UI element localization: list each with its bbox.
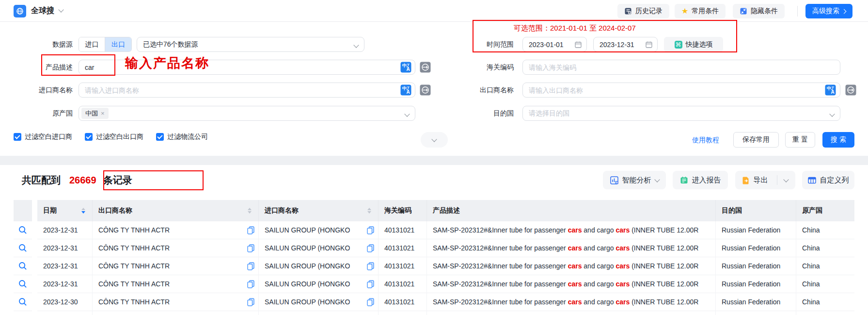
synonym-match-icon[interactable] (420, 84, 431, 96)
chevron-down-icon (404, 111, 410, 116)
reset-button[interactable]: 重 置 (785, 132, 815, 148)
table-body: 2023-12-31 CÔNG TY TNHH ACTR SAILUN GROU… (14, 221, 854, 315)
product-desc-cell: SAM-SP-202312#&Inner tube for passenger … (427, 275, 716, 293)
svg-text:A: A (831, 89, 835, 95)
translate-icon[interactable]: 中A (400, 84, 411, 96)
globe-icon (16, 7, 24, 15)
table-row: 2023-12-31 CÔNG TY TNHH ACTR SAILUN GROU… (14, 221, 854, 239)
copy-icon[interactable] (247, 244, 254, 252)
favorites-button[interactable]: ★ 常用条件 (675, 4, 726, 18)
export-button-group[interactable]: 导出 (735, 171, 795, 189)
sort-icon[interactable] (367, 208, 371, 214)
hs-code-value: 40131021 (384, 244, 414, 252)
tag-remove-icon[interactable]: × (101, 110, 105, 117)
column-label: 产品描述 (433, 206, 460, 215)
tab-import[interactable]: 进口 (79, 37, 105, 51)
end-date-input[interactable]: 2023-12-31 (593, 37, 658, 52)
copy-icon[interactable] (367, 298, 374, 306)
checkbox-checked-icon[interactable] (156, 133, 164, 141)
report-icon (680, 176, 688, 184)
hs-code-input[interactable] (522, 60, 840, 75)
dest-country-value: Russian Federation (722, 298, 780, 306)
collapse-form-button[interactable] (421, 132, 448, 148)
hide-conditions-button[interactable]: 隐藏条件 (733, 4, 785, 18)
keyword-highlight: cars (568, 226, 582, 234)
copy-icon[interactable] (367, 244, 374, 252)
data-source-select[interactable]: 已选中76个数据源 (137, 37, 364, 52)
origin-country-cell: China (796, 221, 854, 239)
copy-icon[interactable] (247, 226, 254, 234)
dest-country-label: 目的国 (463, 106, 514, 121)
column-header-importer[interactable]: 进口商名称 (259, 200, 379, 221)
origin-country-select[interactable]: 中国 × (79, 106, 415, 121)
checkbox-checked-icon[interactable] (14, 133, 21, 141)
advanced-search-button[interactable]: 高级搜索 (805, 4, 852, 18)
search-button[interactable]: 搜 索 (822, 132, 854, 148)
table-row: 2023-12-30 CÔNG TY TNHH ACTR SAILUN GROU… (14, 293, 854, 311)
column-header-dest-country: 目的国 (716, 200, 796, 221)
translate-icon[interactable]: 中A (825, 84, 836, 96)
copy-icon[interactable] (367, 280, 374, 288)
chevron-down-icon[interactable] (783, 177, 789, 182)
importer-input[interactable] (79, 83, 415, 98)
dest-country-cell: Russian Federation (716, 275, 796, 293)
copy-icon[interactable] (367, 226, 374, 234)
count-value: 26669 (69, 175, 96, 186)
quick-options-label: 快捷选项 (686, 40, 713, 49)
filter-blank-importer[interactable]: 过滤空白进口商 (14, 133, 72, 141)
checkbox-checked-icon[interactable] (85, 133, 93, 141)
search-detail-icon[interactable] (18, 279, 28, 289)
copy-icon[interactable] (367, 262, 374, 270)
save-common-button[interactable]: 保存常用 (733, 132, 779, 148)
count-suffix: 条记录 (103, 174, 132, 187)
dest-country-select[interactable]: 请选择目的国 (522, 106, 840, 121)
keyword-highlight: cars (616, 262, 630, 270)
column-label: 进口商名称 (265, 206, 299, 215)
custom-columns-button[interactable]: 自定义列 (802, 171, 854, 189)
exporter-input[interactable] (522, 83, 840, 98)
product-desc-text: SAM-SP-202312#&Inner tube for passenger … (433, 298, 698, 306)
search-detail-icon[interactable] (18, 243, 28, 253)
chevron-down-icon (353, 42, 359, 48)
history-button[interactable]: 历史记录 (617, 4, 669, 18)
tab-export[interactable]: 出口 (105, 37, 131, 51)
hs-code-value: 40131021 (384, 226, 414, 234)
column-header-date[interactable]: 日期 (37, 200, 93, 221)
origin-country-cell: China (796, 275, 854, 293)
row-gap (32, 293, 37, 311)
synonym-match-icon[interactable] (845, 84, 856, 96)
exporter-cell: CÔNG TY TNHH ACTR (93, 257, 259, 275)
date-cell: 2023-12-30 (37, 311, 93, 315)
filter-label: 过滤空白进口商 (25, 133, 72, 141)
origin-country-label: 原产国 (19, 106, 73, 121)
copy-icon[interactable] (247, 280, 254, 288)
start-date-value: 2023-01-01 (529, 41, 564, 49)
app-chevron-down-icon[interactable] (58, 7, 63, 12)
column-header-origin-country: 原产国 (796, 200, 854, 221)
copy-icon[interactable] (247, 262, 254, 270)
filter-blank-exporter[interactable]: 过滤空白出口商 (85, 133, 143, 141)
start-date-input[interactable]: 2023-01-01 (522, 37, 587, 52)
translate-icon[interactable]: 中A (400, 62, 411, 73)
enter-report-button[interactable]: 进入报告 (673, 171, 728, 189)
search-detail-icon[interactable] (18, 225, 28, 235)
product-desc-text: SAM-SP-202312#&Inner tube for passenger … (433, 244, 698, 252)
history-icon (624, 7, 632, 15)
row-gap (32, 275, 37, 293)
keyword-highlight: cars (616, 298, 630, 306)
sort-icon[interactable] (248, 208, 252, 214)
importer-cell: SAILUN GROUP (HONGKO (259, 221, 379, 239)
smart-analysis-button[interactable]: BI 智能分析 (603, 171, 666, 189)
column-header-exporter[interactable]: 出口商名称 (93, 200, 259, 221)
filter-logistics[interactable]: 过滤物流公司 (156, 133, 208, 141)
sort-icon[interactable] (81, 208, 85, 214)
collapse-icon (740, 7, 747, 15)
search-detail-icon[interactable] (18, 297, 28, 307)
search-detail-icon[interactable] (18, 261, 28, 271)
quick-options-button[interactable]: ⌘ 快捷选项 (664, 37, 723, 52)
table-row: 2023-12-31 CÔNG TY TNHH ACTR SAILUN GROU… (14, 257, 854, 275)
keyword-highlight: cars (616, 244, 630, 252)
tutorial-link[interactable]: 使用教程 (692, 136, 719, 145)
copy-icon[interactable] (247, 298, 254, 306)
synonym-match-icon[interactable] (420, 62, 431, 73)
